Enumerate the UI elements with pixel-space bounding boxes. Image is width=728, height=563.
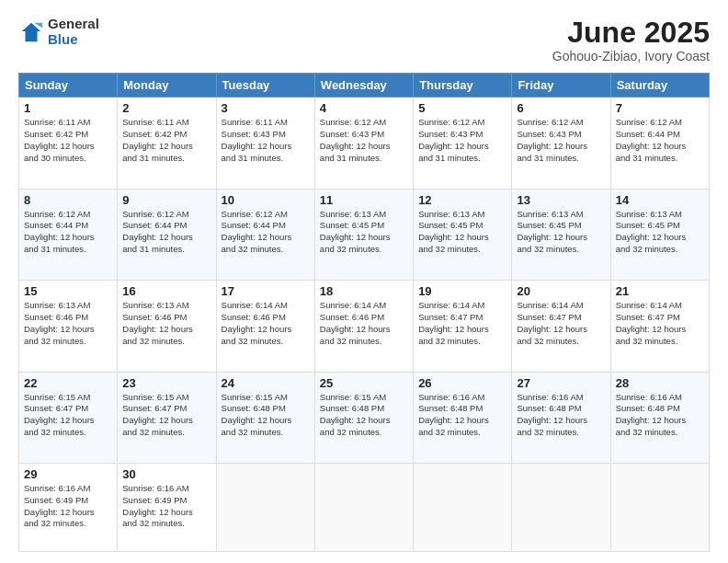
day-info: Sunrise: 6:15 AMSunset: 6:48 PMDaylight:… xyxy=(222,392,310,439)
day-number: 12 xyxy=(418,193,506,207)
day-number: 25 xyxy=(320,376,408,390)
day-info: Sunrise: 6:13 AMSunset: 6:45 PMDaylight:… xyxy=(616,209,704,256)
calendar-day-cell: 5Sunrise: 6:12 AMSunset: 6:43 PMDaylight… xyxy=(414,98,512,189)
logo-general: General xyxy=(48,17,99,32)
calendar-day-cell: 3Sunrise: 6:11 AMSunset: 6:43 PMDaylight… xyxy=(216,98,314,189)
day-info: Sunrise: 6:15 AMSunset: 6:47 PMDaylight:… xyxy=(24,392,112,439)
calendar-day-cell: 10Sunrise: 6:12 AMSunset: 6:44 PMDayligh… xyxy=(216,189,314,280)
calendar-day-cell xyxy=(610,463,709,551)
day-info: Sunrise: 6:12 AMSunset: 6:43 PMDaylight:… xyxy=(418,117,506,164)
calendar-day-cell: 28Sunrise: 6:16 AMSunset: 6:48 PMDayligh… xyxy=(610,372,709,463)
day-info: Sunrise: 6:14 AMSunset: 6:46 PMDaylight:… xyxy=(222,300,310,347)
day-info: Sunrise: 6:14 AMSunset: 6:47 PMDaylight:… xyxy=(418,300,506,347)
calendar-day-cell: 23Sunrise: 6:15 AMSunset: 6:47 PMDayligh… xyxy=(118,372,216,463)
day-number: 27 xyxy=(517,376,605,390)
day-info: Sunrise: 6:13 AMSunset: 6:45 PMDaylight:… xyxy=(418,209,506,256)
title-block: June 2025 Gohouo-Zibiao, Ivory Coast xyxy=(552,17,710,63)
calendar-day-cell: 2Sunrise: 6:11 AMSunset: 6:42 PMDaylight… xyxy=(118,98,216,189)
calendar-day-cell xyxy=(414,463,512,551)
calendar-col-header: Sunday xyxy=(19,74,118,98)
calendar-day-cell xyxy=(216,463,314,551)
calendar-day-cell: 26Sunrise: 6:16 AMSunset: 6:48 PMDayligh… xyxy=(414,372,512,463)
day-number: 3 xyxy=(222,101,310,115)
calendar-week-row: 1Sunrise: 6:11 AMSunset: 6:42 PMDaylight… xyxy=(19,98,710,189)
day-info: Sunrise: 6:16 AMSunset: 6:49 PMDaylight:… xyxy=(122,483,210,530)
day-number: 13 xyxy=(517,193,605,207)
calendar-day-cell: 4Sunrise: 6:12 AMSunset: 6:43 PMDaylight… xyxy=(314,98,413,189)
day-number: 6 xyxy=(517,101,605,115)
day-info: Sunrise: 6:12 AMSunset: 6:43 PMDaylight:… xyxy=(320,117,408,164)
day-info: Sunrise: 6:14 AMSunset: 6:46 PMDaylight:… xyxy=(320,300,408,347)
day-number: 22 xyxy=(24,376,112,390)
day-info: Sunrise: 6:15 AMSunset: 6:48 PMDaylight:… xyxy=(320,392,408,439)
calendar-day-cell: 24Sunrise: 6:15 AMSunset: 6:48 PMDayligh… xyxy=(216,372,314,463)
calendar-header-row: SundayMondayTuesdayWednesdayThursdayFrid… xyxy=(19,74,710,98)
day-number: 9 xyxy=(122,193,210,207)
month-title: June 2025 xyxy=(552,17,710,49)
calendar-day-cell: 18Sunrise: 6:14 AMSunset: 6:46 PMDayligh… xyxy=(314,281,413,372)
calendar-day-cell: 30Sunrise: 6:16 AMSunset: 6:49 PMDayligh… xyxy=(118,463,216,551)
calendar-day-cell: 1Sunrise: 6:11 AMSunset: 6:42 PMDaylight… xyxy=(19,98,118,189)
calendar-col-header: Monday xyxy=(118,74,216,98)
day-number: 30 xyxy=(122,467,210,481)
day-number: 10 xyxy=(222,193,310,207)
day-info: Sunrise: 6:13 AMSunset: 6:45 PMDaylight:… xyxy=(320,209,408,256)
day-info: Sunrise: 6:14 AMSunset: 6:47 PMDaylight:… xyxy=(616,300,704,347)
day-number: 28 xyxy=(616,376,704,390)
calendar-day-cell: 12Sunrise: 6:13 AMSunset: 6:45 PMDayligh… xyxy=(414,189,512,280)
calendar-day-cell: 9Sunrise: 6:12 AMSunset: 6:44 PMDaylight… xyxy=(118,189,216,280)
day-number: 23 xyxy=(122,376,210,390)
calendar-day-cell: 20Sunrise: 6:14 AMSunset: 6:47 PMDayligh… xyxy=(512,281,610,372)
day-number: 4 xyxy=(320,101,408,115)
day-info: Sunrise: 6:14 AMSunset: 6:47 PMDaylight:… xyxy=(517,300,605,347)
day-info: Sunrise: 6:16 AMSunset: 6:48 PMDaylight:… xyxy=(616,392,704,439)
day-info: Sunrise: 6:13 AMSunset: 6:46 PMDaylight:… xyxy=(122,300,210,347)
calendar-day-cell: 7Sunrise: 6:12 AMSunset: 6:44 PMDaylight… xyxy=(610,98,709,189)
calendar-col-header: Wednesday xyxy=(314,74,413,98)
calendar-day-cell: 17Sunrise: 6:14 AMSunset: 6:46 PMDayligh… xyxy=(216,281,314,372)
day-number: 8 xyxy=(24,193,112,207)
day-number: 21 xyxy=(616,284,704,298)
day-number: 18 xyxy=(320,284,408,298)
calendar-day-cell: 19Sunrise: 6:14 AMSunset: 6:47 PMDayligh… xyxy=(414,281,512,372)
calendar-day-cell: 21Sunrise: 6:14 AMSunset: 6:47 PMDayligh… xyxy=(610,281,709,372)
day-info: Sunrise: 6:16 AMSunset: 6:49 PMDaylight:… xyxy=(24,483,112,530)
day-info: Sunrise: 6:15 AMSunset: 6:47 PMDaylight:… xyxy=(122,392,210,439)
day-number: 16 xyxy=(122,284,210,298)
page: General Blue June 2025 Gohouo-Zibiao, Iv… xyxy=(0,0,728,563)
day-info: Sunrise: 6:12 AMSunset: 6:44 PMDaylight:… xyxy=(24,209,112,256)
calendar-day-cell: 6Sunrise: 6:12 AMSunset: 6:43 PMDaylight… xyxy=(512,98,610,189)
day-info: Sunrise: 6:11 AMSunset: 6:42 PMDaylight:… xyxy=(122,117,210,164)
calendar-day-cell: 8Sunrise: 6:12 AMSunset: 6:44 PMDaylight… xyxy=(19,189,118,280)
calendar-day-cell: 29Sunrise: 6:16 AMSunset: 6:49 PMDayligh… xyxy=(19,463,118,551)
calendar-col-header: Tuesday xyxy=(216,74,314,98)
day-number: 5 xyxy=(418,101,506,115)
day-info: Sunrise: 6:12 AMSunset: 6:44 PMDaylight:… xyxy=(616,117,704,164)
logo: General Blue xyxy=(18,17,99,47)
calendar-day-cell: 27Sunrise: 6:16 AMSunset: 6:48 PMDayligh… xyxy=(512,372,610,463)
calendar-day-cell: 14Sunrise: 6:13 AMSunset: 6:45 PMDayligh… xyxy=(610,189,709,280)
calendar-day-cell: 15Sunrise: 6:13 AMSunset: 6:46 PMDayligh… xyxy=(19,281,118,372)
day-number: 20 xyxy=(517,284,605,298)
calendar-week-row: 8Sunrise: 6:12 AMSunset: 6:44 PMDaylight… xyxy=(19,189,710,280)
calendar-col-header: Friday xyxy=(512,74,610,98)
day-info: Sunrise: 6:12 AMSunset: 6:44 PMDaylight:… xyxy=(122,209,210,256)
calendar-day-cell: 25Sunrise: 6:15 AMSunset: 6:48 PMDayligh… xyxy=(314,372,413,463)
calendar-day-cell: 11Sunrise: 6:13 AMSunset: 6:45 PMDayligh… xyxy=(314,189,413,280)
day-info: Sunrise: 6:16 AMSunset: 6:48 PMDaylight:… xyxy=(418,392,506,439)
day-info: Sunrise: 6:12 AMSunset: 6:43 PMDaylight:… xyxy=(517,117,605,164)
calendar-week-row: 15Sunrise: 6:13 AMSunset: 6:46 PMDayligh… xyxy=(19,281,710,372)
day-number: 11 xyxy=(320,193,408,207)
logo-blue: Blue xyxy=(48,32,99,48)
day-number: 2 xyxy=(122,101,210,115)
day-info: Sunrise: 6:16 AMSunset: 6:48 PMDaylight:… xyxy=(517,392,605,439)
day-info: Sunrise: 6:13 AMSunset: 6:45 PMDaylight:… xyxy=(517,209,605,256)
day-number: 14 xyxy=(616,193,704,207)
day-number: 24 xyxy=(222,376,310,390)
calendar-week-row: 29Sunrise: 6:16 AMSunset: 6:49 PMDayligh… xyxy=(19,463,710,551)
day-info: Sunrise: 6:11 AMSunset: 6:42 PMDaylight:… xyxy=(24,117,112,164)
day-number: 1 xyxy=(24,101,112,115)
calendar-col-header: Saturday xyxy=(610,74,709,98)
day-number: 17 xyxy=(222,284,310,298)
day-number: 19 xyxy=(418,284,506,298)
